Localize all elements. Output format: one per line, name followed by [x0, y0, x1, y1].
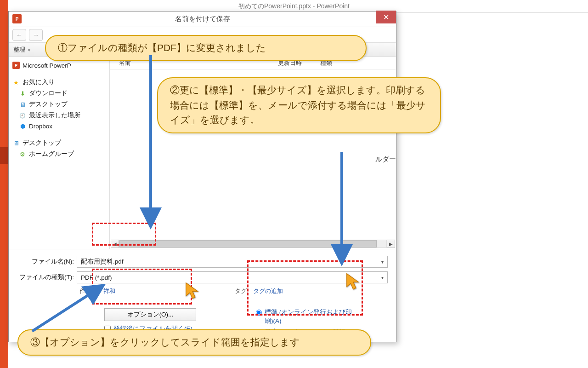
sidebar-item-desktop[interactable]: 🖥 デスクトップ — [9, 99, 109, 110]
sidebar-item-favorites[interactable]: ★ お気に入り — [9, 77, 109, 88]
desktop-icon: 🖥 — [12, 139, 20, 147]
callout-2: ②更に【標準】・【最少サイズ】を選択します。印刷する場合には【標準】を、メールで… — [157, 77, 441, 133]
download-icon: ⬇ — [19, 90, 26, 97]
tag-label: タグ: — [235, 288, 249, 294]
homegroup-icon: ⚙ — [19, 150, 26, 158]
sidebar-item-mspp[interactable]: P Microsoft PowerP — [9, 60, 109, 70]
cursor-icon — [185, 282, 200, 300]
recent-icon: 🕘 — [19, 112, 26, 119]
nav-back-button[interactable]: ← — [12, 29, 26, 41]
filetype-select[interactable]: PDF (*.pdf) ▾ — [77, 271, 388, 283]
arrow-2 — [336, 152, 350, 262]
svg-line-2 — [32, 290, 96, 331]
cursor-icon — [345, 272, 361, 291]
dialog-title: 名前を付けて保存 — [175, 15, 230, 23]
powerpoint-icon: P — [12, 62, 20, 69]
scroll-left-icon[interactable]: ◀ — [111, 240, 119, 248]
sidebar-item-downloads[interactable]: ⬇ ダウンロード — [9, 88, 109, 99]
filename-label: ファイル名(N): — [17, 258, 77, 266]
dropbox-icon: ⬢ — [19, 122, 26, 130]
radio-standard[interactable]: 標準 (オンライン発行および印刷)(A) — [256, 308, 357, 325]
star-icon: ★ — [12, 79, 20, 86]
horizontal-scrollbar[interactable]: ◀ ▶ — [111, 240, 395, 248]
organize-menu[interactable]: 整理 ▾ — [13, 46, 30, 54]
nav-forward-button[interactable]: → — [29, 29, 43, 41]
powerpoint-sidebar-strip — [0, 0, 8, 368]
chevron-down-icon: ▾ — [28, 48, 30, 52]
chevron-down-icon: ▾ — [381, 275, 384, 280]
sidebar-item-recent[interactable]: 🕘 最近表示した場所 — [9, 110, 109, 121]
folder-sidebar: P Microsoft PowerP ★ お気に入り ⬇ ダウンロード 🖥 デス… — [9, 57, 110, 249]
scroll-right-icon[interactable]: ▶ — [387, 240, 395, 248]
sidebar-item-dropbox[interactable]: ⬢ Dropbox — [9, 121, 109, 131]
arrow-3 — [28, 285, 110, 336]
filetype-label: ファイルの種類(T): — [17, 273, 77, 282]
chevron-down-icon: ▾ — [381, 259, 384, 264]
powerpoint-icon: P — [12, 14, 22, 23]
close-button[interactable]: ✕ — [376, 11, 396, 23]
callout-1: ①ファイルの種類が【PDF】に変更されました — [45, 35, 367, 61]
desktop-icon: 🖥 — [19, 101, 26, 108]
tag-add-link[interactable]: タグの追加 — [253, 288, 283, 294]
sidebar-item-homegroup[interactable]: ⚙ ホームグループ — [9, 149, 109, 160]
dialog-title-bar: P 名前を付けて保存 ✕ — [9, 12, 396, 27]
folder-text-fragment: ルダー — [375, 155, 396, 164]
sidebar-item-desktop2[interactable]: 🖥 デスクトップ — [9, 138, 109, 149]
arrow-1 — [145, 55, 159, 225]
options-button[interactable]: オプション(O)... — [104, 308, 196, 321]
